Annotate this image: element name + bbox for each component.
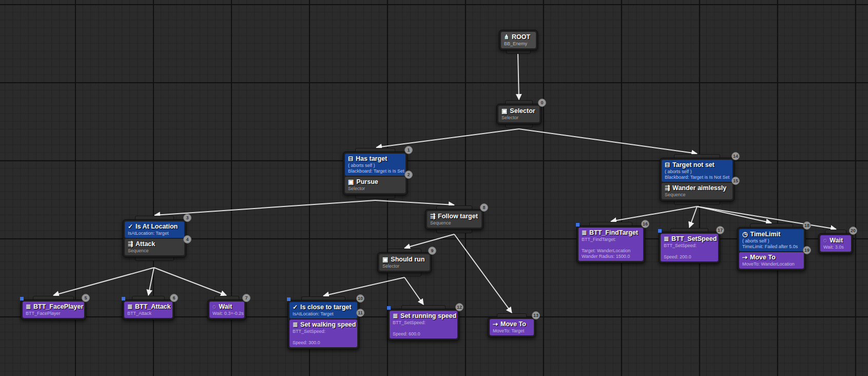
task-line: BTT_SetSpeed: — [664, 243, 715, 249]
task-move-to[interactable]: ⇢Move To MoveTo: WanderLocation — [739, 252, 804, 269]
node-subtitle: BB_Enemy — [504, 41, 533, 47]
location-decorator-icon: ✓ — [128, 223, 133, 230]
task-line: BTT_SetSpeed: — [393, 320, 454, 326]
execution-order-badge: 3 — [183, 214, 191, 222]
node-is-at-location-attack[interactable]: ✓Is At Location IsAtLocation: Target ⇶At… — [123, 216, 186, 261]
decorator-is-close[interactable]: ✓Is close to target IsAtLocation: Target — [290, 302, 357, 318]
task-line: MoveTo: WanderLocation — [742, 261, 801, 267]
node-timelimit-move-to[interactable]: ◷TimeLimit ( aborts self ) TimeLimit: Fa… — [737, 223, 806, 271]
execution-order-badge: 18 — [803, 221, 811, 230]
decorator-title: ⊟Has target — [348, 155, 402, 163]
sequence-icon: ⇶ — [665, 185, 670, 191]
node-subtitle: Sequence — [128, 248, 181, 254]
node-set-running-speed[interactable]: ≣Set running speed BTT_SetSpeed: Speed: … — [388, 305, 459, 341]
decorator-target-not-set[interactable]: ⊟Target not set ( aborts self ) Blackboa… — [662, 160, 732, 182]
execution-order-badge: 2 — [404, 171, 413, 179]
node-follow-target[interactable]: ⇶Follow target Sequence 8 — [425, 205, 484, 233]
task-line — [293, 334, 354, 340]
execution-order-badge: 10 — [356, 294, 364, 303]
node-title: ⇢Move To — [742, 253, 801, 261]
node-subtitle: Sequence — [430, 220, 478, 226]
execution-order-badge: 17 — [716, 226, 724, 234]
node-move-to-target[interactable]: ⇢Move To MoveTo: Target 13 — [488, 313, 536, 337]
blueprint-marker-icon — [20, 297, 24, 300]
node-title: ⇢Move To — [493, 320, 531, 328]
node-subtitle: Wait: 3.0s — [823, 245, 848, 250]
node-is-close-set-walking[interactable]: ✓Is close to target IsAtLocation: Target… — [287, 296, 359, 349]
node-btt-setspeed[interactable]: ≣BTT_SetSpeed BTT_SetSpeed: Speed: 200.0… — [659, 228, 720, 264]
node-selector[interactable]: ▣Selector Selector 0 — [496, 100, 542, 128]
blueprint-marker-icon — [658, 229, 662, 233]
node-title: ≣BTT_SetSpeed — [664, 235, 715, 243]
timer-decorator-icon: ◷ — [742, 231, 747, 237]
blackboard-decorator-icon: ⊟ — [665, 162, 670, 168]
wire-has_target-to-follow_target — [375, 200, 454, 205]
node-subtitle: Wait: 0.3+-0.2s — [213, 311, 241, 316]
wire-has_target-to-is_at_location — [155, 200, 375, 215]
blackboard-decorator-icon: ⊟ — [348, 156, 353, 162]
node-btt-attack[interactable]: ≣BTT_Attack BTT_Attack 6 — [122, 296, 175, 320]
moveto-icon: ⇢ — [493, 321, 498, 327]
node-wait-attack[interactable]: ◌Wait Wait: 0.3+-0.2s 7 — [207, 296, 246, 320]
decorator-aborts: ( aborts self ) — [665, 169, 729, 175]
execution-order-badge: 8 — [480, 203, 488, 212]
decorator-has-target[interactable]: ⊟Has target ( aborts self ) Blackboard: … — [345, 154, 406, 176]
task-line — [664, 249, 715, 254]
node-should-run[interactable]: ▣Should run Selector 9 — [377, 249, 432, 276]
node-root[interactable]: ⋔ROOT BB_Enemy — [499, 30, 538, 54]
decorator-timelimit[interactable]: ◷TimeLimit ( aborts self ) TimeLimit: Fa… — [739, 229, 804, 251]
execution-order-badge: 20 — [849, 227, 857, 235]
task-line — [582, 242, 640, 248]
node-title: ◌Wait — [213, 303, 241, 311]
node-title: ⇶Wander aimlessly — [665, 184, 729, 192]
execution-order-badge: 9 — [428, 247, 436, 255]
node-title: ▣Pursue — [348, 178, 402, 186]
decorator-condition: Blackboard: Target is Is Set — [348, 168, 402, 174]
wire-is_at_location-to-wait_attack — [154, 268, 226, 295]
execution-order-badge: 16 — [641, 220, 649, 228]
execution-order-badge: 14 — [731, 152, 740, 160]
wire-follow_target-to-should_run — [404, 234, 454, 248]
execution-order-badge: 13 — [532, 311, 540, 319]
task-line: Speed: 300.0 — [293, 340, 354, 346]
decorator-is-at-location[interactable]: ✓Is At Location IsAtLocation: Target — [125, 221, 184, 238]
wire-root-to-selector — [518, 54, 519, 100]
node-wait-wander[interactable]: ◌Wait Wait: 3.0s 20 — [818, 230, 853, 254]
node-title: ≣Set walking speed — [293, 321, 354, 329]
task-line: BTT_SetSpeed: — [293, 329, 354, 334]
execution-order-badge: 5 — [82, 294, 90, 302]
task-line: BTT_FindTarget: — [582, 237, 640, 242]
wait-icon: ◌ — [213, 304, 216, 310]
task-line: Wander Radius: 1500.0 — [582, 254, 640, 259]
node-title: ≣BTT_Attack — [127, 303, 169, 311]
node-target-not-set-wander[interactable]: ⊟Target not set ( aborts self ) Blackboa… — [660, 154, 735, 205]
node-title: ≣BTT_FacePlayer — [26, 303, 81, 311]
execution-order-badge: 7 — [242, 294, 250, 302]
sequence-icon: ⇶ — [430, 213, 435, 219]
wire-follow_target-to-move_to_target — [454, 234, 512, 313]
node-btt-faceplayer[interactable]: ≣BTT_FacePlayer BTT_FacePlayer 5 — [21, 296, 86, 320]
decorator-condition: Blackboard: Target is Is Not Set — [665, 175, 729, 180]
location-decorator-icon: ✓ — [293, 304, 298, 310]
execution-order-badge: 15 — [731, 177, 740, 185]
wire-selector-to-has_target — [376, 129, 519, 147]
task-set-walking-speed[interactable]: ≣Set walking speed BTT_SetSpeed: Speed: … — [290, 319, 357, 347]
node-subtitle: Sequence — [665, 192, 729, 198]
decorator-title: ✓Is close to target — [293, 303, 354, 311]
blueprint-marker-icon — [576, 223, 580, 227]
graph-canvas[interactable]: ⋔ROOT BB_Enemy ▣Selector Selector 0 ⊟Has… — [0, 0, 868, 376]
decorator-aborts: ( aborts self ) — [742, 238, 801, 244]
node-has-target-pursue[interactable]: ⊟Has target ( aborts self ) Blackboard: … — [343, 148, 408, 199]
task-icon: ≣ — [127, 304, 132, 310]
node-title: ≣BTT_FindTarget — [582, 229, 640, 237]
node-title: ▣Should run — [382, 255, 427, 264]
composite-wander-aimlessly[interactable]: ⇶Wander aimlessly Sequence — [662, 183, 732, 199]
node-btt-findtarget[interactable]: ≣BTT_FindTarget BTT_FindTarget: Target: … — [576, 222, 645, 263]
decorator-title: ✓Is At Location — [128, 222, 181, 231]
composite-attack[interactable]: ⇶Attack Sequence — [125, 239, 184, 255]
selector-icon: ▣ — [348, 179, 354, 185]
node-subtitle: BTT_FacePlayer — [26, 311, 81, 316]
task-icon: ≣ — [582, 230, 587, 236]
composite-pursue[interactable]: ▣Pursue Selector — [345, 177, 406, 193]
wire-target_not_set-to-btt_findtarget — [611, 206, 697, 221]
